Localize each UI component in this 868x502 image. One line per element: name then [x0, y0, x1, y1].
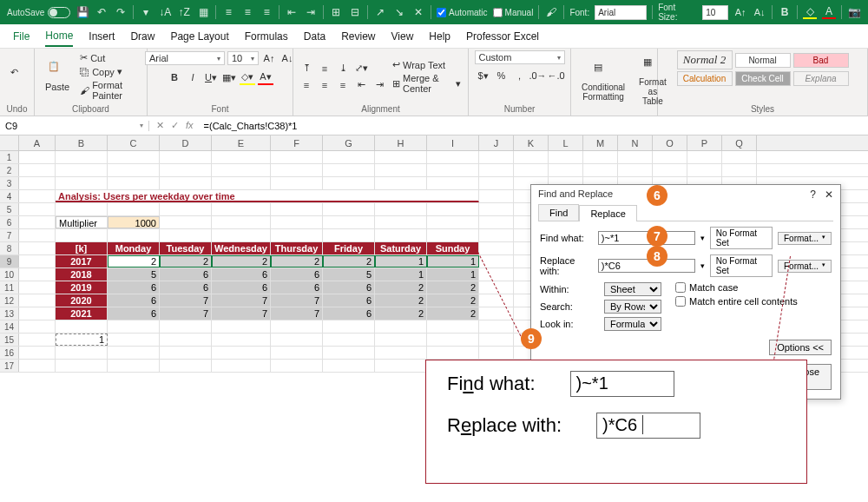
column-header[interactable]: P: [687, 135, 722, 150]
cell[interactable]: 1: [375, 255, 427, 268]
cell[interactable]: 2: [323, 255, 375, 268]
borders-icon[interactable]: ▦: [196, 5, 210, 19]
align-top-icon[interactable]: ⤒: [299, 61, 314, 76]
column-header[interactable]: G: [323, 135, 375, 150]
tab-review[interactable]: Review: [341, 27, 375, 46]
cell[interactable]: 2017: [56, 255, 108, 268]
cell[interactable]: [375, 216, 427, 228]
column-header[interactable]: L: [549, 135, 583, 150]
number-format-select[interactable]: Custom: [475, 50, 565, 64]
cell[interactable]: [19, 294, 56, 307]
row-header[interactable]: 16: [0, 347, 19, 359]
cellstyle-normal[interactable]: Normal: [735, 53, 791, 68]
indent-dec-button[interactable]: ⇤: [353, 77, 369, 93]
cell[interactable]: [271, 360, 323, 372]
font-color-icon[interactable]: A: [822, 5, 836, 19]
sort-asc-icon[interactable]: ↓A: [158, 5, 172, 19]
cell[interactable]: [160, 320, 212, 333]
tab-file[interactable]: File: [13, 27, 30, 46]
column-header[interactable]: J: [479, 135, 514, 150]
cell[interactable]: [479, 164, 514, 176]
cell[interactable]: 1: [427, 268, 479, 281]
cell[interactable]: [479, 294, 514, 307]
within-select[interactable]: Sheet: [604, 282, 661, 296]
cell[interactable]: [375, 334, 427, 346]
cell[interactable]: Monday: [108, 242, 160, 254]
cell[interactable]: [375, 360, 427, 372]
cell[interactable]: [479, 268, 514, 281]
select-all-corner[interactable]: [0, 135, 19, 150]
align-center-button[interactable]: ≡: [317, 77, 332, 93]
options-button[interactable]: Options <<: [769, 340, 832, 355]
cell[interactable]: [19, 281, 56, 294]
replace-with-input[interactable]: [598, 259, 695, 273]
cell[interactable]: [427, 334, 479, 346]
search-select[interactable]: By Rows: [604, 300, 661, 314]
conditional-formatting-button[interactable]: ▤Conditional Formatting: [576, 60, 630, 103]
tab-data[interactable]: Data: [304, 27, 326, 46]
dialog-tab-replace[interactable]: Replace: [579, 205, 636, 221]
cell[interactable]: [108, 164, 160, 176]
cell[interactable]: [108, 151, 160, 163]
align-left-button[interactable]: ≡: [299, 77, 314, 93]
row-header[interactable]: 10: [0, 268, 19, 281]
cell[interactable]: [271, 334, 323, 346]
cell[interactable]: 7: [212, 294, 271, 307]
row-header[interactable]: 4: [0, 190, 19, 202]
column-header[interactable]: I: [427, 135, 479, 150]
cell[interactable]: 2: [160, 255, 212, 268]
help-icon[interactable]: ?: [810, 188, 816, 201]
sort-desc-icon[interactable]: ↑Z: [177, 5, 191, 19]
cell[interactable]: [618, 164, 653, 176]
cell[interactable]: 6: [212, 268, 271, 281]
cell[interactable]: [212, 164, 271, 176]
cell[interactable]: [108, 177, 160, 189]
cell[interactable]: [271, 164, 323, 176]
cell[interactable]: [160, 347, 212, 359]
paste-button[interactable]: 📋Paste: [40, 59, 75, 94]
cell[interactable]: [271, 216, 323, 228]
comma-icon[interactable]: ,: [512, 68, 528, 83]
cell[interactable]: [19, 347, 56, 359]
decimal-inc-icon[interactable]: .0→: [530, 68, 546, 83]
font-size-select[interactable]: 10: [227, 51, 259, 65]
cell[interactable]: [56, 229, 108, 241]
lookin-select[interactable]: Formulas: [604, 317, 661, 331]
cell[interactable]: Tuesday: [160, 242, 212, 254]
cell[interactable]: [479, 334, 514, 346]
cell[interactable]: [108, 360, 160, 372]
cell[interactable]: 6: [160, 268, 212, 281]
fx-icon[interactable]: fx: [186, 120, 194, 131]
bold-icon[interactable]: B: [778, 5, 792, 19]
cell[interactable]: 5: [108, 268, 160, 281]
cell[interactable]: [549, 151, 583, 163]
cellstyle-normal2[interactable]: Normal 2: [677, 50, 733, 69]
cell[interactable]: Wednesday: [212, 242, 271, 254]
cell[interactable]: [514, 151, 549, 163]
cell[interactable]: 2019: [56, 281, 108, 294]
tab-home[interactable]: Home: [45, 26, 73, 47]
row-header[interactable]: 6: [0, 216, 19, 228]
cell[interactable]: 6: [323, 307, 375, 320]
cell[interactable]: [427, 229, 479, 241]
cell[interactable]: [323, 164, 375, 176]
cancel-formula-icon[interactable]: ✕: [156, 120, 164, 131]
cellstyle-bad[interactable]: Bad: [793, 53, 849, 68]
cellstyle-calculation[interactable]: Calculation: [677, 71, 733, 86]
cell[interactable]: [160, 203, 212, 215]
cell[interactable]: 5: [323, 268, 375, 281]
cell[interactable]: [583, 164, 618, 176]
cell[interactable]: [56, 360, 108, 372]
calc-manual[interactable]: Manual: [493, 8, 534, 17]
cell[interactable]: [108, 320, 160, 333]
cellstyle-explanatory[interactable]: Explana: [793, 71, 849, 86]
cell[interactable]: 6: [108, 307, 160, 320]
cell[interactable]: 1: [375, 268, 427, 281]
cell[interactable]: [323, 334, 375, 346]
cell[interactable]: [19, 255, 56, 268]
cell[interactable]: 2020: [56, 294, 108, 307]
cell[interactable]: 2: [108, 255, 160, 268]
cell[interactable]: [160, 164, 212, 176]
cell[interactable]: [375, 347, 427, 359]
tab-insert[interactable]: Insert: [89, 27, 115, 46]
